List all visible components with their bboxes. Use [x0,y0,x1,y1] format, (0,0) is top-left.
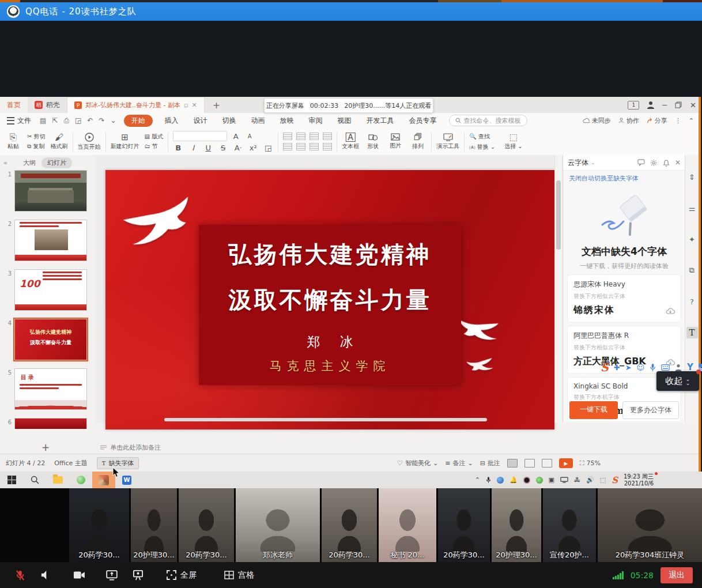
video-tile[interactable]: 20药学30... [69,488,129,562]
start-button[interactable] [0,472,23,488]
normal-view-button[interactable] [507,459,518,468]
select-button[interactable]: ⬚选择 ⌄ [504,133,523,150]
cut-button[interactable]: ✂ 剪切 [27,133,46,141]
new-tab-button[interactable]: + [205,100,228,111]
font-shrink-icon[interactable]: A [244,133,255,140]
tab-popout-icon[interactable]: ▫ [184,101,188,109]
indent-icon[interactable] [310,143,319,150]
minimize-button[interactable]: ─ [662,101,667,110]
more-quick-icon[interactable]: ⌄ [107,116,119,125]
cloud-font-tool-button[interactable]: T [686,327,698,338]
strikethrough-button[interactable]: S [218,144,228,152]
ribbon-tab-design[interactable]: 设计 [186,116,215,126]
close-button[interactable]: ✕ [690,101,696,110]
mic-muted-button[interactable] [15,570,25,581]
tray-network-icon[interactable]: 🖧 [574,476,580,484]
window-count-badge[interactable]: 1 [628,101,639,110]
video-tile[interactable]: 秘书 20... [379,488,436,562]
missing-font-chip[interactable]: Ƭ 缺失字体 [97,457,139,469]
fullscreen-button[interactable]: 全屏 [167,570,197,581]
layout-button[interactable]: ▤ 版式 [145,133,164,141]
qq-collapse-button[interactable]: 收起 ⌄⌄ [656,371,699,391]
canvas-horizontal-scrollbar[interactable] [164,418,487,421]
exit-call-button[interactable]: 退出 [661,567,693,583]
slide-title-panel[interactable]: 弘扬伟大建党精神 汲取不懈奋斗力量 郑冰 马克思主义学院 [199,225,461,385]
redo-icon[interactable]: ↷ [96,116,107,125]
tray-volume-icon[interactable]: 🔊 [586,476,594,484]
tab-document[interactable]: P 郑冰-弘扬伟大建..奋斗力量 - 副本 ▫ ✕ [67,97,205,114]
tab-close-icon[interactable]: ✕ [191,101,197,109]
emoji-icon[interactable]: ☺ [637,363,645,372]
member-icon[interactable] [675,364,682,371]
tray-360-icon[interactable] [536,477,543,484]
panel-collapse-icon[interactable]: « [3,159,7,167]
play-from-current-button[interactable]: 当页开始 [78,133,101,151]
chevron-down-icon[interactable]: ⌄ [591,160,595,165]
ribbon-tab-insert[interactable]: 插入 [157,116,186,126]
superscript-icon[interactable]: x² [248,144,258,152]
tab-home[interactable]: 首页 [0,97,28,113]
ribbon-tab-devtools[interactable]: 开发工具 [359,116,402,126]
video-tile[interactable]: 20药学30... [179,488,234,562]
invite-plus-icon[interactable]: ✚ [614,363,620,372]
tray-expand-icon[interactable]: ⌃ [475,476,480,484]
restore-button[interactable] [675,101,682,108]
export-icon[interactable]: ⇱ [49,116,61,125]
auto-switch-link[interactable]: 关闭自动切换至缺失字体 [563,171,685,183]
video-tile[interactable]: 宣传20护... [543,488,596,562]
align-right-icon[interactable] [310,133,319,140]
bold-button[interactable]: B [173,144,183,152]
bell-icon[interactable] [663,159,670,167]
add-slide-button[interactable]: + [41,442,50,453]
canvas-vertical-scrollbar[interactable] [554,155,562,423]
sorter-view-button[interactable] [524,459,535,468]
align-center-icon[interactable] [296,133,305,140]
notes-hint[interactable]: 单击此处添加备注 [100,443,161,452]
highlight-icon[interactable]: ◲ [263,144,273,152]
undo-icon[interactable]: ↶ [84,116,96,125]
video-tile[interactable]: 20护理30... [492,488,541,562]
file-menu[interactable]: 文件 [0,116,37,126]
share-button[interactable]: 分享 [647,116,667,125]
line-spacing-icon[interactable] [323,143,332,150]
section-button[interactable]: 🗂 节 [145,142,164,150]
smart-beautify-button[interactable]: ♡ 智能美化 ⌄ [397,459,438,468]
ribbon-tab-slideshow[interactable]: 放映 [273,116,301,126]
new-slide-button[interactable]: ⊞新建幻灯片 [111,133,139,150]
command-search-box[interactable]: 查找命令、搜索模板 [449,115,527,126]
file-explorer-button[interactable] [46,472,69,488]
tray-wps-icon[interactable]: S [612,475,618,485]
ribbon-collapse-icon[interactable]: ⌃ [689,117,694,125]
current-slide[interactable]: 弘扬伟大建党精神 汲取不懈奋斗力量 郑冰 马克思主义学院 [105,170,554,429]
tray-mic-icon[interactable] [486,476,491,484]
font-color-icon[interactable]: A· [233,144,243,152]
video-tile[interactable]: 20药学30... [322,488,377,562]
close-panel-icon[interactable]: ✕ [675,159,681,167]
browser-button[interactable] [69,472,92,488]
print-icon[interactable]: ⎙ [61,116,72,125]
replace-button[interactable]: 🄐 替换 ⌄ [469,143,495,151]
ribbon-tab-start[interactable]: 开始 [124,115,153,127]
tray-actioncenter-icon[interactable]: ⬚ [600,476,606,484]
reading-view-button[interactable] [542,459,552,468]
shapes-button[interactable]: 形状 [364,133,382,150]
whiteboard-button[interactable] [133,570,144,581]
feedback-icon[interactable] [637,159,645,166]
align-left-icon[interactable] [283,133,292,140]
keyboard-icon[interactable] [661,364,670,371]
notes-toggle-button[interactable]: ≡ 备注 ⌄ [445,459,473,468]
user-icon[interactable] [647,101,654,109]
download-all-button[interactable]: 一键下载 [569,401,618,419]
speaker-button[interactable] [40,570,49,580]
slide-thumbnail-3[interactable]: 100 [14,269,87,311]
underline-button[interactable]: U [203,144,213,152]
save-icon[interactable]: ▤ [37,116,49,125]
taskbar-search-button[interactable] [23,472,46,488]
slide-thumbnail-5[interactable]: 目录 [14,368,87,410]
more-fonts-button[interactable]: 更多办公字体 [622,401,679,419]
slideshow-play-button[interactable]: ▶ [559,458,573,468]
tray-qq-icon[interactable] [523,477,530,484]
format-painter-button[interactable]: 🖌格式刷 [51,133,68,150]
bullets-icon[interactable] [283,143,292,150]
justify-icon[interactable] [323,133,332,140]
